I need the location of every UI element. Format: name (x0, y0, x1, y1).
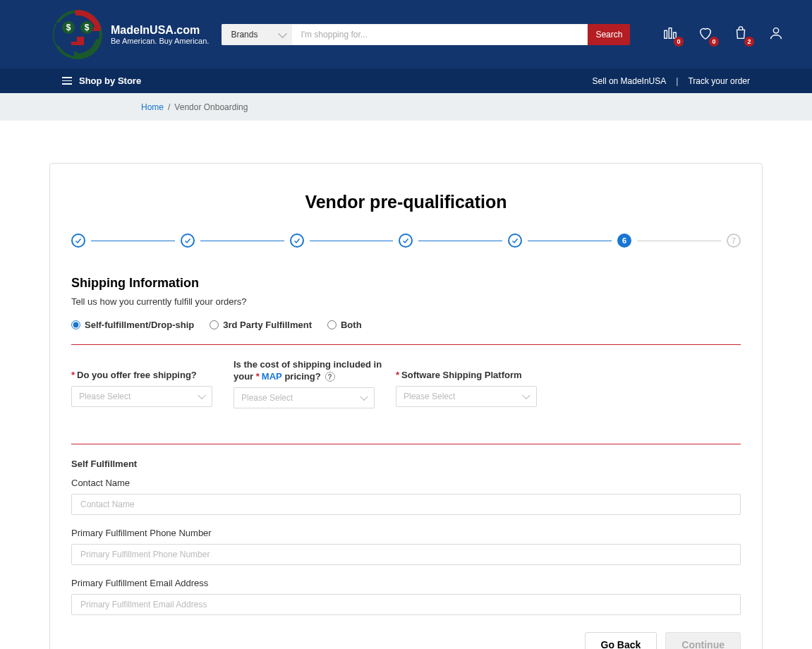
map-link[interactable]: MAP (262, 371, 282, 382)
search-button[interactable]: Search (588, 24, 630, 45)
shop-by-store-label: Shop by Store (79, 75, 141, 86)
phone-input[interactable] (71, 544, 741, 565)
shipping-platform-select[interactable]: Please Select (396, 386, 537, 407)
site-tagline: Be American. Buy American. (111, 37, 209, 45)
logo-icon: $ $ (53, 10, 102, 59)
svg-rect-11 (669, 28, 672, 38)
svg-rect-9 (71, 37, 77, 42)
radio-label: Self-fulfillment/Drop-ship (85, 320, 194, 330)
account-icon[interactable] (768, 25, 784, 44)
contact-name-label: Contact Name (71, 478, 741, 488)
hamburger-icon (62, 77, 72, 85)
step-2[interactable] (181, 233, 195, 248)
phone-label: Primary Fulfillment Phone Number (71, 528, 741, 538)
step-6[interactable]: 6 (617, 233, 631, 248)
radio-label: 3rd Party Fulfillment (223, 320, 312, 330)
divider (71, 444, 741, 444)
compare-badge: 0 (674, 37, 684, 47)
page-title: Vendor pre-qualification (71, 192, 741, 212)
fulfillment-radio-both[interactable]: Both (327, 320, 362, 330)
sell-link[interactable]: Sell on MadeInUSA (593, 76, 667, 86)
svg-text:$: $ (85, 23, 90, 32)
svg-point-13 (773, 28, 778, 32)
fulfillment-radio-self[interactable]: Self-fulfillment/Drop-ship (71, 320, 194, 330)
svg-text:$: $ (66, 23, 71, 32)
cart-icon[interactable]: 2 (733, 25, 749, 44)
section-title: Shipping Information (71, 276, 741, 291)
email-input[interactable] (71, 594, 741, 615)
section-subtitle: Tell us how you currently fulfill your o… (71, 296, 741, 307)
email-label: Primary Fulfillment Email Address (71, 578, 741, 588)
track-order-link[interactable]: Track your order (688, 76, 750, 86)
nav-separator: | (676, 76, 678, 86)
breadcrumb: Home / Vendor Onboarding (0, 93, 812, 121)
wishlist-badge: 0 (709, 37, 719, 47)
contact-name-input[interactable] (71, 494, 741, 515)
map-pricing-select[interactable]: Please Select (234, 387, 375, 408)
map-pricing-label: Is the cost of shipping included in your… (234, 359, 387, 383)
free-shipping-select[interactable]: Please Select (71, 386, 212, 407)
breadcrumb-sep: / (168, 102, 170, 112)
cart-badge: 2 (744, 37, 754, 47)
logo-area[interactable]: $ $ MadeInUSA.com Be American. Buy Ameri… (53, 10, 209, 59)
search-input[interactable] (291, 24, 588, 45)
step-1[interactable] (71, 233, 85, 248)
form-card: Vendor pre-qualification 6 7 Shipping In… (49, 163, 763, 649)
go-back-button[interactable]: Go Back (585, 632, 658, 649)
compare-icon[interactable]: 0 (662, 25, 678, 44)
fulfillment-radio-third[interactable]: 3rd Party Fulfillment (210, 320, 312, 330)
shop-by-store-menu[interactable]: Shop by Store (62, 75, 141, 86)
info-icon[interactable]: ? (325, 372, 335, 382)
step-3[interactable] (290, 233, 304, 248)
stepper: 6 7 (71, 233, 741, 248)
header-top: $ $ MadeInUSA.com Be American. Buy Ameri… (0, 0, 812, 68)
radio-label: Both (341, 320, 362, 330)
self-fulfillment-title: Self Fulfillment (71, 459, 741, 469)
continue-button[interactable]: Continue (665, 632, 741, 649)
step-7: 7 (727, 233, 741, 248)
step-4[interactable] (399, 233, 413, 248)
svg-rect-10 (665, 30, 667, 38)
step-5[interactable] (508, 233, 522, 248)
nav-bar: Shop by Store Sell on MadeInUSA | Track … (0, 68, 812, 93)
shipping-platform-label: *Software Shipping Platform (396, 359, 550, 382)
site-name: MadeInUSA.com (111, 24, 209, 37)
divider (71, 344, 741, 345)
free-shipping-label: *Do you offer free shipping? (71, 359, 225, 382)
breadcrumb-current: Vendor Onboarding (174, 102, 248, 112)
breadcrumb-home[interactable]: Home (141, 102, 164, 112)
brand-selector[interactable]: Brands (222, 24, 291, 45)
search-bar: Brands Search (222, 24, 630, 45)
wishlist-icon[interactable]: 0 (698, 25, 713, 44)
